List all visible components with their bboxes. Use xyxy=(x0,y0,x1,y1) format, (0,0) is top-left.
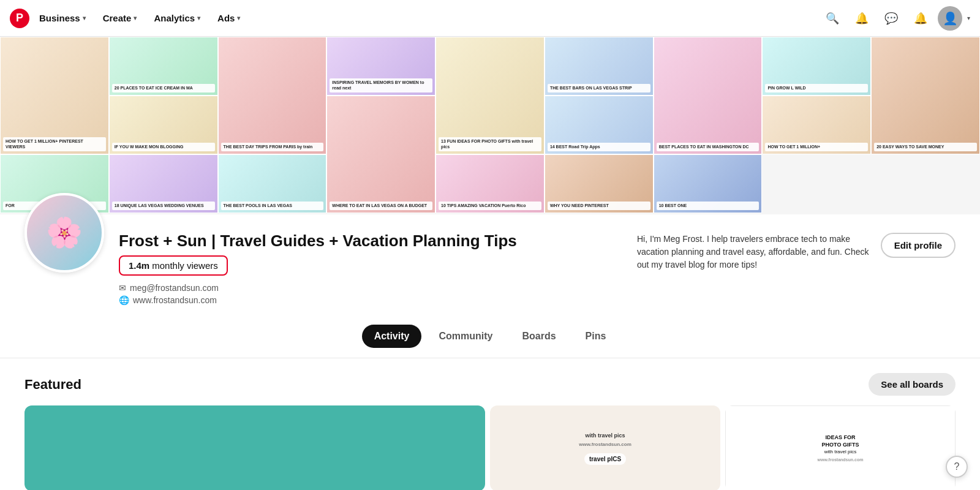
mosaic-card[interactable]: 20 EASY WAYS TO SAVE MONEY xyxy=(871,37,980,154)
mosaic-card[interactable]: 10 TIPS AMAZING VACATION Puerto Rico xyxy=(435,154,545,213)
chevron-down-icon: ▾ xyxy=(134,15,137,21)
board-card-travel-pics[interactable]: with travel pics www.frostandsun.com tra… xyxy=(490,405,720,490)
email-icon: ✉ xyxy=(119,283,126,293)
mosaic-card[interactable]: 13 FUN IDEAS FOR PHOTO GIFTS with travel… xyxy=(435,37,545,154)
board-card-teal[interactable] xyxy=(24,405,485,490)
mosaic-card[interactable]: 20 PLACES TO EAT ICE CREAM IN MA xyxy=(109,37,218,96)
nav-business[interactable]: Business ▾ xyxy=(32,8,93,28)
nav-ads[interactable]: Ads ▾ xyxy=(210,8,247,28)
tab-boards[interactable]: Boards xyxy=(510,325,568,348)
nav-ads-label: Ads xyxy=(217,13,235,23)
mosaic-card[interactable]: INSPIRING TRAVEL MEMOIRS BY WOMEN to rea… xyxy=(326,37,435,96)
see-all-boards-button[interactable]: See all boards xyxy=(869,373,956,396)
notifications-button[interactable]: 🔔 xyxy=(850,6,874,31)
chat-icon: 💬 xyxy=(884,12,898,25)
boards-grid: with travel pics www.frostandsun.com tra… xyxy=(24,405,956,490)
viewers-label: monthly viewers xyxy=(152,260,218,271)
mosaic-card[interactable]: THE BEST DAY TRIPS FROM PARIS by train xyxy=(218,37,327,154)
messages-button[interactable]: 💬 xyxy=(879,6,903,31)
nav-analytics-label: Analytics xyxy=(154,13,195,23)
nav-business-label: Business xyxy=(39,13,80,23)
chevron-down-icon: ▾ xyxy=(197,15,200,21)
mosaic-card[interactable]: HOW TO GET 1 MILLION+ xyxy=(762,96,871,154)
nav-create[interactable]: Create ▾ xyxy=(96,8,145,28)
featured-title: Featured xyxy=(24,377,81,393)
profile-avatar: 🌸 xyxy=(24,193,104,273)
tab-activity[interactable]: Activity xyxy=(362,325,422,348)
viewers-count: 1.4m xyxy=(129,260,149,271)
board-inner-text: IDEAS FORPHOTO GIFTSwith travel pics www… xyxy=(818,434,864,462)
mosaic-card[interactable]: HOW TO GET 1 MILLION+ PINTEREST VIEWERS xyxy=(0,37,109,154)
tab-pins[interactable]: Pins xyxy=(573,325,619,348)
cover-mosaic: HOW TO GET 1 MILLION+ PINTEREST VIEWERS … xyxy=(0,37,980,214)
search-button[interactable]: 🔍 xyxy=(820,6,845,31)
mosaic-card[interactable]: BEST PLACES TO EAT IN WASHINGTON DC xyxy=(654,37,763,154)
contact-info: ✉ meg@frostandsun.com 🌐 www.frostandsun.… xyxy=(119,283,956,305)
nav-create-label: Create xyxy=(103,13,132,23)
avatar-icon: 🌸 xyxy=(46,216,83,250)
mosaic-card[interactable]: IF YOU W MAKE MON BLOGGING xyxy=(109,96,218,154)
help-icon: ? xyxy=(954,461,960,472)
navbar: P Business ▾ Create ▾ Analytics ▾ Ads ▾ … xyxy=(0,0,980,37)
website-link[interactable]: www.frostandsun.com xyxy=(133,295,217,305)
updates-button[interactable]: 🔔 xyxy=(908,6,933,31)
email-address: meg@frostandsun.com xyxy=(130,283,219,293)
help-button[interactable]: ? xyxy=(946,456,968,478)
mosaic-card[interactable]: 18 UNIQUE LAS VEGAS WEDDING VENUES xyxy=(109,154,218,213)
chevron-down-icon: ▾ xyxy=(83,15,86,21)
board-card-photo-gifts[interactable]: IDEAS FORPHOTO GIFTSwith travel pics www… xyxy=(725,405,956,490)
pinterest-logo[interactable]: P xyxy=(10,9,29,28)
mosaic-card[interactable]: 14 BEST Road Trip Apps xyxy=(545,96,654,154)
website-row[interactable]: 🌐 www.frostandsun.com xyxy=(119,295,956,305)
email-row: ✉ meg@frostandsun.com xyxy=(119,283,956,293)
edit-profile-button[interactable]: Edit profile xyxy=(881,233,956,258)
avatar-image: 👤 xyxy=(943,11,958,26)
board-inner-text: with travel pics www.frostandsun.com tra… xyxy=(579,432,631,465)
profile-section: 🌸 Frost + Sun | Travel Guides + Vacation… xyxy=(0,214,980,310)
user-menu-chevron-icon: ▾ xyxy=(967,15,970,21)
nav-right: 🔍 🔔 💬 🔔 👤 ▾ xyxy=(820,6,970,31)
user-avatar[interactable]: 👤 xyxy=(938,6,962,31)
monthly-viewers-badge[interactable]: 1.4m monthly viewers xyxy=(119,255,228,276)
profile-bio: Hi, I'm Meg Frost. I help travelers embr… xyxy=(637,233,870,271)
tab-community[interactable]: Community xyxy=(426,325,505,348)
mosaic-card[interactable]: THE BEST BARS ON LAS VEGAS STRIP xyxy=(545,37,654,96)
chevron-down-icon: ▾ xyxy=(237,15,240,21)
mosaic-grid: HOW TO GET 1 MILLION+ PINTEREST VIEWERS … xyxy=(0,37,980,214)
mosaic-card[interactable]: THE BEST POOLS IN LAS VEGAS xyxy=(218,154,327,213)
mosaic-card[interactable]: 10 BEST ONE xyxy=(654,154,763,213)
tabs-section: Activity Community Boards Pins xyxy=(0,310,980,358)
nav-left: P Business ▾ Create ▾ Analytics ▾ Ads ▾ xyxy=(10,8,247,28)
updates-icon: 🔔 xyxy=(914,12,927,25)
mosaic-card[interactable]: PIN GROW L WILD xyxy=(762,37,871,96)
board-bg xyxy=(24,405,485,490)
board-bg: IDEAS FORPHOTO GIFTSwith travel pics www… xyxy=(725,405,956,490)
globe-icon: 🌐 xyxy=(119,295,129,305)
mosaic-card[interactable]: WHERE TO EAT IN LAS VEGAS ON A BUDGET xyxy=(326,96,435,213)
mosaic-card[interactable]: WHY YOU NEED PINTEREST xyxy=(545,154,654,213)
search-icon: 🔍 xyxy=(826,12,839,25)
board-bg: with travel pics www.frostandsun.com tra… xyxy=(490,405,720,490)
featured-header: Featured See all boards xyxy=(24,373,956,396)
featured-section: Featured See all boards with travel pics… xyxy=(0,358,980,490)
bell-icon: 🔔 xyxy=(855,12,869,25)
nav-analytics[interactable]: Analytics ▾ xyxy=(146,8,208,28)
